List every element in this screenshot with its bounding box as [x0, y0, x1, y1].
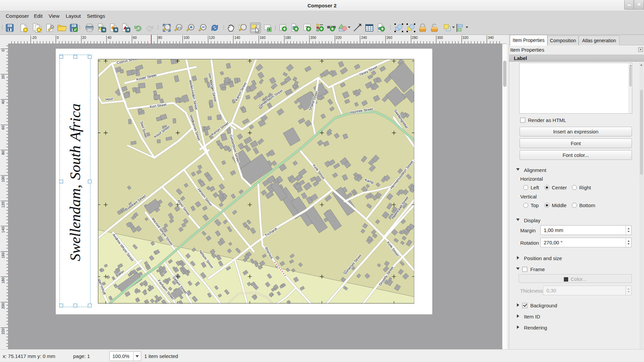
svg-text:1:1: 1:1: [177, 26, 181, 29]
